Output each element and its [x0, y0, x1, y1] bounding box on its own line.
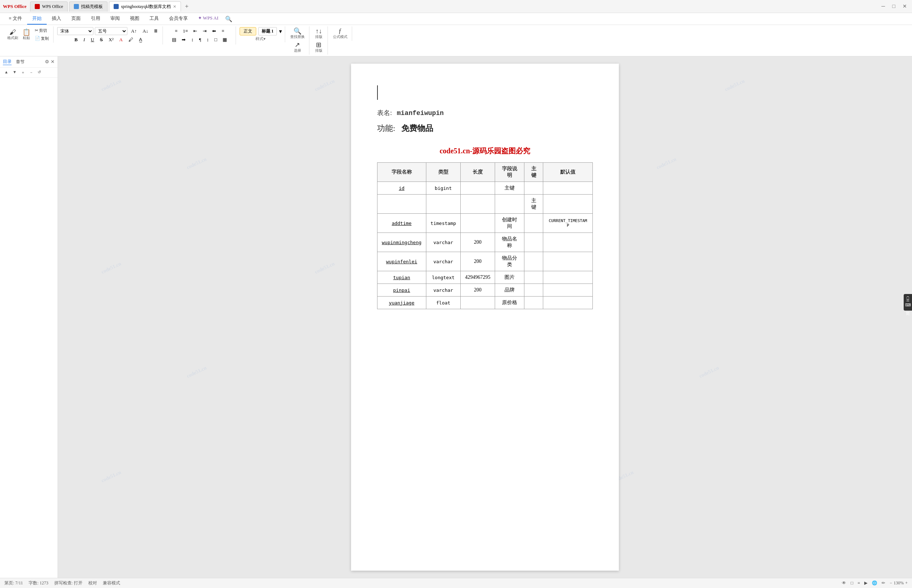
sort-button[interactable]: ↕	[189, 36, 196, 44]
cell-4-field: wupinfenlei	[377, 252, 426, 271]
table-row: yuanjiagefloat原价格	[377, 297, 593, 309]
panel-tab-chapter[interactable]: 章节	[16, 59, 24, 65]
tab-tools[interactable]: 工具	[144, 13, 164, 24]
paste-button[interactable]: 📋粘贴	[21, 28, 32, 41]
sort-format-button[interactable]: ⊞排版	[313, 41, 325, 54]
cell-1-type	[426, 195, 460, 214]
watermark-4: code51.cn	[724, 78, 745, 92]
new-tab-button[interactable]: ＋	[184, 3, 190, 10]
tab-vip[interactable]: 会员专享	[164, 13, 193, 24]
font-size-dec[interactable]: A↓	[141, 27, 151, 35]
cell-3-type: varchar	[426, 233, 460, 252]
tab-doc[interactable]: springbootayqkl数据库文档 ✕	[109, 2, 181, 11]
wps-tab-icon	[35, 4, 40, 9]
ordered-list-button[interactable]: 1≡	[181, 27, 190, 35]
panel-close-icon[interactable]: ✕	[51, 59, 55, 65]
copy-button[interactable]: 📄复制	[33, 35, 50, 42]
left-panel: 目录 章节 ⚙ ✕ ▲ ▼ ＋ － ↺	[0, 57, 58, 578]
tab-review[interactable]: 审阅	[105, 13, 125, 24]
select-button[interactable]: ↗选择	[292, 41, 303, 54]
heading-select[interactable]: 标题 1	[258, 27, 277, 36]
view-outline-icon[interactable]: ≡	[858, 580, 860, 586]
border-button[interactable]: □	[212, 36, 219, 44]
align-justify-button[interactable]: ▤	[170, 36, 178, 44]
indent-dec-button[interactable]: ⇤	[191, 27, 199, 35]
play-icon[interactable]: ▶	[864, 580, 867, 586]
show-para-button[interactable]: ¶	[197, 36, 203, 44]
tab-find-template[interactable]: 找稿壳模板	[69, 2, 107, 11]
table-row: tupianlongtext4294967295图片	[377, 271, 593, 284]
table-header-row: 字段名称 类型 长度 字段说明 主键 默认值	[377, 163, 593, 182]
italic-button[interactable]: I	[81, 36, 87, 44]
sort-asc-button[interactable]: ↑↓排版	[313, 27, 325, 40]
cut-button[interactable]: ✂剪切	[33, 27, 50, 34]
cell-5-default	[543, 271, 593, 284]
cell-2-pk	[524, 214, 543, 233]
watermark-13: code51.cn	[698, 365, 720, 380]
tab-insert[interactable]: 插入	[47, 13, 66, 24]
tab-ref[interactable]: 引用	[86, 13, 105, 24]
web-icon[interactable]: 🌐	[872, 580, 877, 586]
font-family-select[interactable]: 宋体	[57, 27, 93, 35]
superscript-button[interactable]: X²	[106, 36, 115, 44]
style-normal-button[interactable]: 正文	[240, 27, 256, 36]
cell-0-default	[543, 182, 593, 195]
style-expand-button[interactable]: ▾	[279, 28, 282, 35]
find-replace-button[interactable]: 🔍查找替换	[289, 27, 306, 40]
font-size-inc[interactable]: A↑	[129, 27, 139, 35]
underline-button[interactable]: U	[89, 36, 96, 44]
clear-format[interactable]: Ⅲ	[152, 27, 160, 35]
menu-file[interactable]: ≡ 文件	[3, 13, 27, 24]
table-name-label: 表名:	[377, 109, 392, 116]
wps-tab-label: WPS Office	[42, 4, 63, 10]
nav-up-button[interactable]: ▲	[3, 69, 10, 76]
highlight-button[interactable]: 🖊	[126, 36, 135, 44]
doc-tab-close[interactable]: ✕	[173, 4, 176, 9]
proofread[interactable]: 校对	[88, 580, 97, 586]
line-spacing-button[interactable]: ↕	[204, 36, 211, 44]
nav-add-button[interactable]: ＋	[19, 69, 26, 76]
view-web-icon[interactable]: □	[850, 580, 853, 586]
font-color-button[interactable]: A	[117, 36, 125, 44]
list-button[interactable]: ≡	[173, 27, 180, 35]
align-center-button[interactable]: ≡	[219, 27, 226, 35]
cell-4-desc: 物品分类	[495, 252, 525, 271]
search-button[interactable]: 🔍	[225, 13, 232, 24]
view-print-icon[interactable]: 👁	[842, 580, 846, 586]
panel-settings-icon[interactable]: ⚙	[45, 59, 49, 65]
align-right-button[interactable]: ➡	[180, 36, 188, 44]
tab-page[interactable]: 页面	[66, 13, 86, 24]
panel-tab-toc[interactable]: 目录	[3, 58, 11, 65]
nav-minus-button[interactable]: －	[28, 69, 35, 76]
nav-down-button[interactable]: ▼	[11, 69, 18, 76]
nav-refresh-button[interactable]: ↺	[36, 69, 42, 76]
align-left-button[interactable]: ⬅	[210, 27, 218, 35]
format-paint-button[interactable]: 🖌格式刷	[6, 28, 19, 41]
maximize-button[interactable]: □	[890, 3, 897, 10]
zoom-out-button[interactable]: −	[889, 580, 892, 586]
strikethrough-button[interactable]: S̶	[98, 36, 105, 44]
spell-check[interactable]: 拼写检查: 打开	[54, 580, 83, 586]
watermark-9: code51.cn	[314, 261, 335, 275]
minimize-button[interactable]: ─	[880, 3, 888, 10]
language-badge[interactable]: CH ⌨ 简	[904, 294, 912, 311]
font-bg-button[interactable]: A̲	[137, 36, 144, 44]
font-size-select[interactable]: 五号	[95, 27, 127, 35]
cell-6-type: varchar	[426, 284, 460, 297]
close-button[interactable]: ✕	[901, 3, 909, 10]
zoom-in-button[interactable]: +	[905, 580, 908, 586]
formula-button[interactable]: ƒ公式模式	[332, 27, 349, 40]
watermark-1: code51.cn	[100, 78, 122, 92]
tab-view[interactable]: 视图	[125, 13, 144, 24]
compat-mode[interactable]: 兼容模式	[103, 580, 120, 586]
tab-wps-office[interactable]: WPS Office	[30, 2, 68, 11]
indent-inc-button[interactable]: ⇥	[201, 27, 209, 35]
ribbon-tab-bar: ≡ 文件 开始 插入 页面 引用 审阅 视图 工具 会员专享 ✦ WPS AI …	[0, 13, 912, 25]
doc-page: 表名: mianfeiwupin 功能: 免费物品 code51.cn-源码乐园…	[351, 64, 619, 571]
tab-home[interactable]: 开始	[27, 13, 47, 24]
bold-button[interactable]: B	[72, 36, 80, 44]
tab-ai[interactable]: ✦ WPS AI	[193, 13, 224, 24]
edit-icon[interactable]: ✏	[881, 580, 885, 586]
font-row2: B I U S̶ X² A 🖊 A̲	[72, 36, 144, 44]
shading-button[interactable]: ▦	[220, 36, 229, 44]
